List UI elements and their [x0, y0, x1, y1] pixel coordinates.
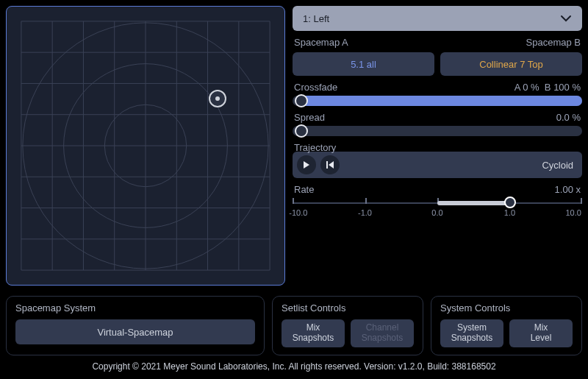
spacemap-a-button[interactable]: 5.1 all [293, 52, 434, 76]
rate-slider[interactable]: -10.0 -1.0 0.0 1.0 10.0 [293, 195, 582, 219]
crossfade-slider[interactable] [293, 96, 582, 106]
spread-section: Spread 0.0 % [293, 112, 582, 136]
setlist-controls-title: Setlist Controls [282, 302, 414, 314]
spread-label: Spread [294, 112, 325, 123]
channel-dropdown-label: 1: Left [303, 13, 329, 24]
svg-rect-21 [326, 161, 328, 169]
crossfade-section: Crossfade A 0 % B 100 % [293, 82, 582, 106]
reset-button[interactable] [320, 155, 340, 174]
rate-label: Rate [294, 184, 314, 195]
footer-text: Copyright © 2021 Meyer Sound Laboratorie… [6, 355, 582, 373]
spacemap-system-panel: Spacemap System Virtual-Spacemap [6, 296, 265, 355]
spacemap-canvas[interactable] [6, 6, 285, 286]
trajectory-section: Trajectory Cycloid [293, 142, 582, 178]
rate-labels: Rate 1.00 x [293, 184, 582, 195]
spacemap-select-row: 5.1 all Collinear 7 Top [293, 52, 582, 76]
crossfade-fill [301, 96, 582, 106]
chevron-down-icon [560, 13, 572, 24]
main-row: 1: Left Spacemap A Spacemap B 5.1 all Co… [6, 6, 582, 288]
right-pane: 1: Left Spacemap A Spacemap B 5.1 all Co… [293, 6, 582, 288]
spacemap-system-title: Spacemap System [15, 302, 255, 314]
spread-labels: Spread 0.0 % [293, 112, 582, 123]
spread-value: 0.0 % [556, 112, 581, 123]
spacemap-b-header: Spacemap B [526, 37, 581, 48]
channel-dropdown[interactable]: 1: Left [293, 6, 582, 31]
trajectory-name: Cycloid [542, 160, 573, 171]
crossfade-labels: Crossfade A 0 % B 100 % [293, 82, 582, 93]
mix-level-button[interactable]: MixLevel [509, 319, 573, 347]
skip-back-icon [326, 160, 334, 169]
spread-thumb[interactable] [295, 124, 308, 138]
play-button[interactable] [297, 155, 316, 174]
app-root: 1: Left Spacemap A Spacemap B 5.1 all Co… [0, 0, 588, 379]
spacemap-header-row: Spacemap A Spacemap B [293, 37, 582, 48]
trajectory-bar: Cycloid [293, 152, 582, 178]
system-snapshots-button[interactable]: SystemSnapshots [440, 319, 503, 347]
spacemap-b-button[interactable]: Collinear 7 Top [440, 52, 582, 76]
trajectory-label: Trajectory [294, 142, 336, 153]
spacemap-a-header: Spacemap A [294, 37, 348, 48]
bottom-row: Spacemap System Virtual-Spacemap Setlist… [6, 296, 582, 355]
rate-section: Rate 1.00 x -10.0 -1.0 0.0 1.0 10.0 [293, 184, 582, 219]
channel-snapshots-button[interactable]: ChannelSnapshots [351, 319, 414, 347]
rate-fill [437, 201, 510, 205]
system-controls-title: System Controls [440, 302, 573, 314]
spacemap-grid [7, 7, 284, 285]
rate-thumb[interactable] [504, 196, 516, 208]
position-puck[interactable] [209, 90, 226, 107]
spread-slider[interactable] [293, 126, 582, 136]
crossfade-label: Crossfade [294, 82, 337, 93]
mix-snapshots-button[interactable]: MixSnapshots [282, 319, 345, 347]
system-controls-panel: System Controls SystemSnapshots MixLevel [431, 296, 582, 355]
crossfade-values: A 0 % B 100 % [514, 82, 581, 93]
setlist-controls-panel: Setlist Controls MixSnapshots ChannelSna… [272, 296, 423, 355]
rate-value: 1.00 x [555, 184, 581, 195]
spacemap-system-button[interactable]: Virtual-Spacemap [15, 319, 255, 344]
crossfade-thumb[interactable] [295, 94, 308, 107]
play-icon [303, 160, 310, 169]
